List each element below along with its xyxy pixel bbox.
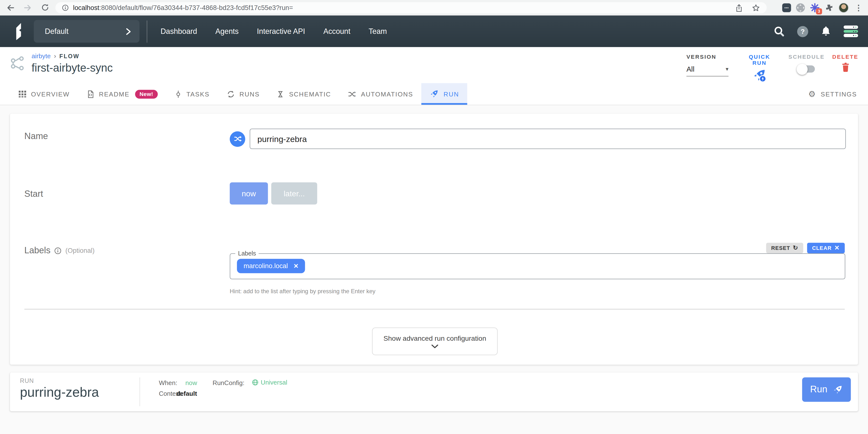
toggle-knob	[797, 63, 808, 75]
breadcrumb-section: FLOW	[59, 53, 80, 59]
server-health-icon[interactable]	[844, 26, 858, 37]
extensions-puzzle-icon[interactable]	[825, 3, 834, 12]
tab-automations[interactable]: AUTOMATIONS	[339, 83, 421, 105]
browser-forward-button[interactable]	[23, 2, 33, 12]
version-control: VERSION All ▾	[686, 54, 733, 77]
nav-divider	[147, 20, 147, 42]
password-manager-extension-icon[interactable]: •••	[782, 3, 791, 12]
browser-menu-icon[interactable]: ⋮	[854, 3, 864, 12]
delete-control[interactable]: DELETE	[832, 54, 859, 75]
nav-item-team[interactable]: Team	[369, 27, 387, 35]
chevron-right-icon	[125, 28, 132, 35]
nav-item-interactive-api[interactable]: Interactive API	[257, 27, 305, 35]
breadcrumb-project-link[interactable]: airbyte	[32, 53, 51, 59]
start-label: Start	[24, 189, 43, 199]
share-icon[interactable]	[735, 4, 743, 12]
schedule-label: SCHEDULE	[788, 54, 825, 60]
server-bar-active	[844, 30, 858, 33]
browser-profile-avatar[interactable]	[839, 3, 848, 13]
run-rocket-icon	[430, 89, 439, 98]
automations-shuffle-icon	[348, 89, 356, 98]
app-window: localhost:8080/default/flow/76a30344-b73…	[0, 0, 868, 434]
browser-back-button[interactable]	[6, 2, 16, 12]
tab-tasks[interactable]: TASKS	[166, 83, 218, 105]
run-summary-bar: RUN purring-zebra When: now Context: def…	[10, 372, 858, 411]
tab-readme[interactable]: README New!	[78, 83, 166, 105]
flow-icon	[10, 56, 25, 70]
globe-icon	[252, 379, 258, 385]
tab-overview[interactable]: OVERVIEW	[10, 83, 78, 105]
labels-field[interactable]: Labels marcolino.local ✕	[230, 250, 845, 279]
labels-hint: Hint: add to the list after typing by pr…	[230, 288, 375, 294]
version-select[interactable]: All ▾	[686, 65, 728, 77]
start-later-button[interactable]: later...	[271, 182, 317, 205]
tab-label: AUTOMATIONS	[361, 91, 413, 97]
version-label: VERSION	[686, 54, 733, 60]
trash-icon[interactable]	[840, 62, 850, 73]
browser-toolbar: localhost:8080/default/flow/76a30344-b73…	[0, 0, 868, 16]
prefect-logo[interactable]	[13, 22, 25, 41]
run-caption: RUN	[20, 377, 34, 384]
run-name-summary: purring-zebra	[20, 384, 99, 400]
show-advanced-button[interactable]: Show advanced run configuration	[372, 327, 498, 355]
task-node-icon	[174, 89, 182, 98]
tab-run[interactable]: RUN	[421, 83, 467, 105]
help-icon[interactable]: ?	[797, 26, 808, 37]
flow-tabbar: OVERVIEW README New! TASKS RUNS SCHEMATI…	[0, 83, 868, 105]
name-label: Name	[24, 131, 48, 141]
app-navbar: Default Dashboard Agents Interactive API…	[0, 16, 868, 47]
start-now-button[interactable]: now	[230, 182, 268, 205]
runconfig-value-wrap: Universal	[252, 379, 287, 385]
tab-label: RUNS	[239, 91, 259, 97]
run-button[interactable]: Run	[802, 377, 851, 402]
labels-legend: Labels	[235, 250, 259, 256]
when-label: When:	[159, 380, 177, 386]
tab-settings[interactable]: ⚙ SETTINGS	[803, 83, 863, 105]
label-chip-text: marcolino.local	[244, 262, 288, 270]
schedule-toggle[interactable]	[798, 65, 815, 73]
notifications-bell-icon[interactable]	[820, 26, 832, 37]
nav-item-agents[interactable]: Agents	[215, 27, 239, 35]
tab-runs[interactable]: RUNS	[218, 83, 268, 105]
tab-schematic[interactable]: SCHEMATIC	[268, 83, 339, 105]
url-text: localhost:8080/default/flow/76a30344-b73…	[73, 4, 293, 12]
starburst-extension-icon[interactable]: 3	[810, 3, 820, 13]
new-badge: New!	[135, 89, 158, 98]
labels-optional-label: (Optional)	[65, 247, 95, 255]
when-value: now	[176, 380, 197, 386]
nav-item-account[interactable]: Account	[323, 27, 350, 35]
breadcrumb-chevron-icon: ›	[54, 52, 56, 59]
search-icon[interactable]	[773, 26, 785, 37]
bookmark-star-icon[interactable]	[752, 4, 760, 12]
run-name-input[interactable]	[250, 128, 846, 149]
label-chip[interactable]: marcolino.local ✕	[237, 259, 305, 273]
info-icon[interactable]	[54, 247, 62, 254]
address-bar[interactable]: localhost:8080/default/flow/76a30344-b73…	[56, 2, 767, 13]
quick-run-control[interactable]: QUICK RUN	[741, 54, 778, 85]
run-button-rocket-icon	[832, 384, 843, 395]
chip-close-icon[interactable]: ✕	[293, 262, 299, 270]
navigation-extension-icon[interactable]	[796, 3, 805, 12]
runconfig-value: Universal	[261, 379, 287, 385]
chevron-down-icon	[431, 344, 439, 348]
page-info-icon[interactable]	[62, 4, 69, 11]
schematic-icon	[276, 89, 285, 98]
quick-run-label: QUICK RUN	[741, 54, 778, 66]
randomize-name-button[interactable]	[230, 131, 245, 147]
extension-badge: 3	[816, 8, 822, 15]
run-config-page: Name Start now later... Labels (Optional…	[0, 105, 868, 434]
page-title: first-airbyte-sync	[32, 62, 113, 74]
runconfig-label: RunConfig:	[213, 380, 245, 386]
labels-label: Labels	[24, 245, 50, 256]
browser-reload-button[interactable]	[40, 2, 50, 12]
nav-item-dashboard[interactable]: Dashboard	[161, 27, 197, 35]
back-arrow-icon	[6, 3, 15, 12]
tenant-switcher[interactable]: Default	[34, 20, 140, 42]
url-host: localhost	[73, 4, 99, 12]
tab-label: OVERVIEW	[31, 91, 69, 97]
browser-extensions-area: ••• 3 ⋮	[782, 0, 864, 16]
run-config-card: Name Start now later... Labels (Optional…	[10, 114, 858, 365]
run-button-label: Run	[810, 384, 827, 395]
quick-run-rocket-icon[interactable]	[752, 68, 767, 83]
nav-links: Dashboard Agents Interactive API Account…	[161, 27, 387, 35]
